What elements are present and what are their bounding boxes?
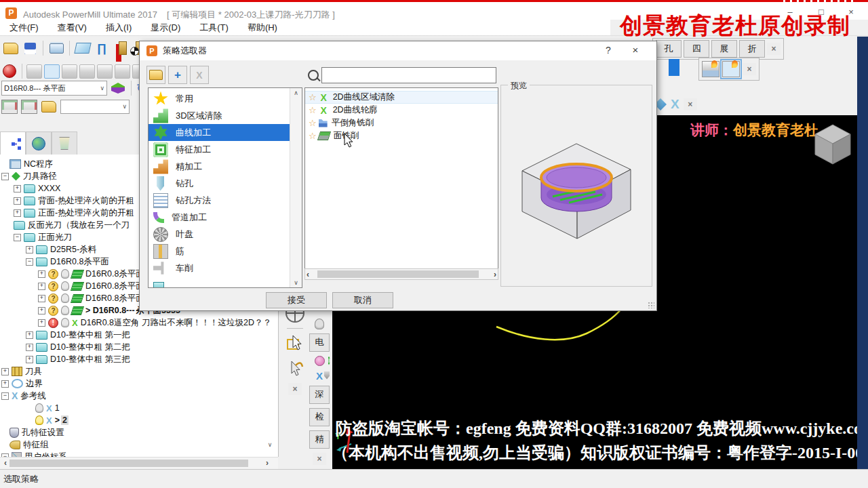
- tree-item[interactable]: −D16R0.8杀平面: [26, 256, 109, 268]
- view-iso4-button[interactable]: [79, 64, 95, 79]
- star-outline-icon[interactable]: ☆: [309, 105, 317, 115]
- print-button[interactable]: [48, 40, 64, 56]
- tree-expander-icon[interactable]: −: [14, 234, 21, 241]
- scroll-right-icon[interactable]: ›: [494, 270, 496, 279]
- tree-expander-icon[interactable]: +: [14, 185, 21, 192]
- tree-expander-icon[interactable]: +: [1, 380, 9, 388]
- star-outline-icon[interactable]: ☆: [309, 92, 317, 102]
- menu-item-2[interactable]: 插入(I): [96, 22, 141, 34]
- category-item[interactable]: 管道加工: [149, 209, 294, 226]
- tree-expander-icon[interactable]: +: [38, 295, 45, 302]
- tool-stack-button[interactable]: [110, 80, 126, 96]
- tab-world[interactable]: [26, 131, 52, 155]
- panel-button-3[interactable]: 折: [739, 40, 765, 58]
- category-item[interactable]: 特征加工: [149, 141, 294, 158]
- tree-expander-icon[interactable]: +: [14, 209, 21, 217]
- view-iso3-button[interactable]: [62, 64, 77, 79]
- scroll-up-icon[interactable]: ∧: [290, 89, 302, 96]
- machine-icon[interactable]: [1, 100, 18, 114]
- tree-horizontal-scrollbar[interactable]: ‹ ›: [0, 457, 278, 469]
- tree-item[interactable]: X> 2: [35, 414, 68, 426]
- tree-item[interactable]: +D10-整体中粗 第二把: [26, 341, 130, 353]
- simulate-active-icon[interactable]: [722, 61, 740, 77]
- dialog-close-button[interactable]: ×: [627, 44, 644, 58]
- view-iso2-button[interactable]: [44, 64, 60, 79]
- tree-scroll-down-button[interactable]: ∨: [264, 439, 275, 450]
- tree-item[interactable]: +!XD16R0.8逼空角 刀路出不来啊！！！这垃圾2D？？: [38, 317, 271, 329]
- close-icon[interactable]: ×: [767, 43, 781, 55]
- tree-item[interactable]: +背面-热处理淬火前的开粗: [14, 195, 134, 207]
- tree-expander-icon[interactable]: −: [1, 392, 9, 400]
- menu-item-0[interactable]: 文件(F): [0, 22, 48, 34]
- bulb-icon[interactable]: [315, 319, 324, 329]
- scroll-right-icon[interactable]: ›: [262, 458, 272, 468]
- close-icon[interactable]: ×: [313, 453, 326, 465]
- save-project-button[interactable]: [22, 40, 38, 56]
- block-button[interactable]: [75, 40, 91, 56]
- open-ncprogram-button[interactable]: [41, 98, 57, 115]
- tab-recycle-bin[interactable]: [52, 131, 77, 155]
- category-item[interactable]: 筋: [149, 243, 294, 260]
- side-button-jing[interactable]: 精: [309, 430, 330, 449]
- tree-expander-icon[interactable]: −: [1, 173, 9, 180]
- tree-expander-icon[interactable]: +: [38, 283, 45, 290]
- tree-item[interactable]: +XXXX: [14, 182, 60, 195]
- scrollbar-thumb[interactable]: [9, 460, 248, 467]
- pink-bulb-arrows-icon[interactable]: [315, 356, 325, 366]
- category-item[interactable]: 3D区域清除: [149, 107, 294, 124]
- close-icon[interactable]: ×: [684, 98, 697, 110]
- scroll-left-icon[interactable]: ‹: [307, 270, 309, 279]
- resize-grip[interactable]: [648, 302, 654, 308]
- menu-item-4[interactable]: 工具(T): [190, 22, 238, 34]
- tree-item[interactable]: X1: [35, 402, 60, 414]
- tree-expander-icon[interactable]: +: [1, 368, 9, 375]
- category-item[interactable]: 叶盘: [149, 226, 294, 243]
- tree-item[interactable]: −用户坐标系: [1, 451, 67, 457]
- tree-item[interactable]: 特征组: [9, 439, 49, 451]
- view-iso1-button[interactable]: [26, 64, 42, 79]
- tree-item[interactable]: +?D16R0.8杀平面: [38, 280, 144, 292]
- tree-item[interactable]: 反面光刀（我放在另一个刀: [14, 219, 130, 231]
- feed-rate-button[interactable]: ∏: [94, 40, 110, 56]
- tree-expander-icon[interactable]: +: [26, 331, 33, 339]
- scroll-left-icon[interactable]: ‹: [1, 458, 10, 468]
- close-icon[interactable]: ×: [288, 383, 302, 395]
- tree-item[interactable]: −刀具路径: [1, 170, 57, 182]
- tree-item[interactable]: +D10-整体中粗 第三把: [26, 353, 130, 365]
- cancel-button[interactable]: 取消: [332, 292, 393, 308]
- add-strategy-button[interactable]: +: [168, 66, 187, 84]
- machine-drill-icon[interactable]: [21, 100, 37, 114]
- import-strategy-button[interactable]: [146, 66, 165, 84]
- tree-expander-icon[interactable]: +: [14, 197, 21, 205]
- tab-explorer-tree[interactable]: [0, 131, 26, 155]
- category-item[interactable]: 钻孔: [149, 175, 294, 192]
- category-item[interactable]: 精加工: [149, 158, 294, 175]
- rapid-heights-button[interactable]: [113, 40, 129, 56]
- close-icon[interactable]: ×: [743, 63, 756, 75]
- menu-item-3[interactable]: 显示(D): [141, 22, 190, 34]
- menu-item-1[interactable]: 查看(V): [48, 22, 96, 34]
- side-button-jian[interactable]: 检: [309, 408, 330, 426]
- tree-item[interactable]: +?D16R0.8杀平面: [38, 292, 144, 304]
- side-button-dian[interactable]: 电: [309, 333, 330, 352]
- tree-item[interactable]: NC程序: [9, 158, 53, 170]
- star-outline-icon[interactable]: ☆: [309, 118, 317, 128]
- tree-item[interactable]: 孔特征设置: [9, 426, 64, 439]
- delete-strategy-button[interactable]: X: [190, 66, 209, 84]
- category-scrollbar[interactable]: ∧ ∨: [290, 88, 302, 287]
- ncprogram-dropdown[interactable]: ∨: [60, 100, 130, 114]
- dialog-help-button[interactable]: ?: [599, 45, 617, 57]
- category-item[interactable]: 钻孔方法: [149, 192, 294, 209]
- tree-item[interactable]: +D10-整体中粗 第一把: [26, 329, 130, 341]
- accept-button[interactable]: 接受: [266, 292, 327, 308]
- side-button-shen[interactable]: 深: [309, 386, 330, 404]
- tree-expander-icon[interactable]: +: [38, 307, 45, 314]
- tree-item[interactable]: +边界: [1, 378, 43, 390]
- tree-expander-icon[interactable]: +: [26, 246, 33, 253]
- scrollbar-thumb[interactable]: [317, 270, 479, 278]
- view-front-button[interactable]: [115, 64, 130, 79]
- tree-item[interactable]: +正面-热处理淬火前的开粗: [14, 207, 134, 219]
- panel-button-2[interactable]: 展: [711, 40, 737, 58]
- strategy-search-input[interactable]: [321, 67, 496, 83]
- active-tool-dropdown[interactable]: D16R0.8--- 杀平面∨: [1, 81, 107, 96]
